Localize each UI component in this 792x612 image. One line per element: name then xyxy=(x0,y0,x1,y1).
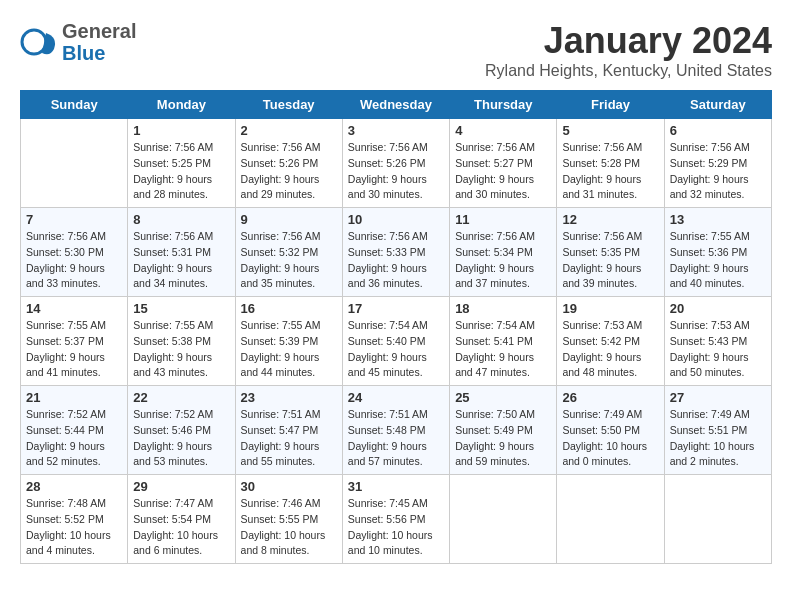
day-number: 21 xyxy=(26,390,122,405)
day-number: 8 xyxy=(133,212,229,227)
day-cell: 13 Sunrise: 7:55 AMSunset: 5:36 PMDaylig… xyxy=(664,208,771,297)
day-number: 13 xyxy=(670,212,766,227)
day-cell: 27 Sunrise: 7:49 AMSunset: 5:51 PMDaylig… xyxy=(664,386,771,475)
day-info: Sunrise: 7:53 AMSunset: 5:43 PMDaylight:… xyxy=(670,318,766,381)
day-cell: 1 Sunrise: 7:56 AMSunset: 5:25 PMDayligh… xyxy=(128,119,235,208)
day-info: Sunrise: 7:45 AMSunset: 5:56 PMDaylight:… xyxy=(348,496,444,559)
day-number: 30 xyxy=(241,479,337,494)
day-number: 14 xyxy=(26,301,122,316)
day-cell: 19 Sunrise: 7:53 AMSunset: 5:42 PMDaylig… xyxy=(557,297,664,386)
logo: General Blue xyxy=(20,20,136,64)
day-info: Sunrise: 7:48 AMSunset: 5:52 PMDaylight:… xyxy=(26,496,122,559)
day-number: 20 xyxy=(670,301,766,316)
day-number: 15 xyxy=(133,301,229,316)
week-row-5: 28 Sunrise: 7:48 AMSunset: 5:52 PMDaylig… xyxy=(21,475,772,564)
day-number: 27 xyxy=(670,390,766,405)
day-info: Sunrise: 7:55 AMSunset: 5:38 PMDaylight:… xyxy=(133,318,229,381)
day-info: Sunrise: 7:53 AMSunset: 5:42 PMDaylight:… xyxy=(562,318,658,381)
day-info: Sunrise: 7:56 AMSunset: 5:26 PMDaylight:… xyxy=(348,140,444,203)
day-cell: 2 Sunrise: 7:56 AMSunset: 5:26 PMDayligh… xyxy=(235,119,342,208)
day-number: 26 xyxy=(562,390,658,405)
day-cell: 17 Sunrise: 7:54 AMSunset: 5:40 PMDaylig… xyxy=(342,297,449,386)
day-cell: 18 Sunrise: 7:54 AMSunset: 5:41 PMDaylig… xyxy=(450,297,557,386)
day-info: Sunrise: 7:50 AMSunset: 5:49 PMDaylight:… xyxy=(455,407,551,470)
day-number: 7 xyxy=(26,212,122,227)
logo-icon xyxy=(20,23,58,61)
day-header-wednesday: Wednesday xyxy=(342,91,449,119)
day-cell: 23 Sunrise: 7:51 AMSunset: 5:47 PMDaylig… xyxy=(235,386,342,475)
day-cell: 29 Sunrise: 7:47 AMSunset: 5:54 PMDaylig… xyxy=(128,475,235,564)
day-number: 23 xyxy=(241,390,337,405)
logo-text-blue: Blue xyxy=(62,42,136,64)
week-row-3: 14 Sunrise: 7:55 AMSunset: 5:37 PMDaylig… xyxy=(21,297,772,386)
day-cell: 15 Sunrise: 7:55 AMSunset: 5:38 PMDaylig… xyxy=(128,297,235,386)
day-info: Sunrise: 7:54 AMSunset: 5:40 PMDaylight:… xyxy=(348,318,444,381)
calendar-table: SundayMondayTuesdayWednesdayThursdayFrid… xyxy=(20,90,772,564)
day-number: 3 xyxy=(348,123,444,138)
day-info: Sunrise: 7:56 AMSunset: 5:28 PMDaylight:… xyxy=(562,140,658,203)
logo-text-general: General xyxy=(62,20,136,42)
day-number: 16 xyxy=(241,301,337,316)
day-cell: 4 Sunrise: 7:56 AMSunset: 5:27 PMDayligh… xyxy=(450,119,557,208)
day-number: 17 xyxy=(348,301,444,316)
day-info: Sunrise: 7:46 AMSunset: 5:55 PMDaylight:… xyxy=(241,496,337,559)
day-number: 9 xyxy=(241,212,337,227)
day-cell: 30 Sunrise: 7:46 AMSunset: 5:55 PMDaylig… xyxy=(235,475,342,564)
day-cell xyxy=(450,475,557,564)
page-header: General Blue January 2024 Ryland Heights… xyxy=(20,20,772,80)
day-cell: 26 Sunrise: 7:49 AMSunset: 5:50 PMDaylig… xyxy=(557,386,664,475)
day-cell: 7 Sunrise: 7:56 AMSunset: 5:30 PMDayligh… xyxy=(21,208,128,297)
day-info: Sunrise: 7:56 AMSunset: 5:35 PMDaylight:… xyxy=(562,229,658,292)
day-number: 29 xyxy=(133,479,229,494)
day-cell: 11 Sunrise: 7:56 AMSunset: 5:34 PMDaylig… xyxy=(450,208,557,297)
day-cell: 28 Sunrise: 7:48 AMSunset: 5:52 PMDaylig… xyxy=(21,475,128,564)
day-cell xyxy=(664,475,771,564)
day-number: 5 xyxy=(562,123,658,138)
day-cell xyxy=(557,475,664,564)
day-cell: 3 Sunrise: 7:56 AMSunset: 5:26 PMDayligh… xyxy=(342,119,449,208)
day-cell xyxy=(21,119,128,208)
day-number: 22 xyxy=(133,390,229,405)
day-cell: 10 Sunrise: 7:56 AMSunset: 5:33 PMDaylig… xyxy=(342,208,449,297)
day-info: Sunrise: 7:56 AMSunset: 5:33 PMDaylight:… xyxy=(348,229,444,292)
day-cell: 12 Sunrise: 7:56 AMSunset: 5:35 PMDaylig… xyxy=(557,208,664,297)
day-info: Sunrise: 7:55 AMSunset: 5:39 PMDaylight:… xyxy=(241,318,337,381)
day-info: Sunrise: 7:49 AMSunset: 5:51 PMDaylight:… xyxy=(670,407,766,470)
day-cell: 16 Sunrise: 7:55 AMSunset: 5:39 PMDaylig… xyxy=(235,297,342,386)
location: Ryland Heights, Kentucky, United States xyxy=(485,62,772,80)
day-header-monday: Monday xyxy=(128,91,235,119)
day-info: Sunrise: 7:55 AMSunset: 5:36 PMDaylight:… xyxy=(670,229,766,292)
week-row-1: 1 Sunrise: 7:56 AMSunset: 5:25 PMDayligh… xyxy=(21,119,772,208)
week-row-4: 21 Sunrise: 7:52 AMSunset: 5:44 PMDaylig… xyxy=(21,386,772,475)
day-info: Sunrise: 7:52 AMSunset: 5:46 PMDaylight:… xyxy=(133,407,229,470)
day-header-friday: Friday xyxy=(557,91,664,119)
svg-point-0 xyxy=(22,30,46,54)
week-row-2: 7 Sunrise: 7:56 AMSunset: 5:30 PMDayligh… xyxy=(21,208,772,297)
day-number: 2 xyxy=(241,123,337,138)
day-info: Sunrise: 7:51 AMSunset: 5:48 PMDaylight:… xyxy=(348,407,444,470)
day-info: Sunrise: 7:51 AMSunset: 5:47 PMDaylight:… xyxy=(241,407,337,470)
day-cell: 20 Sunrise: 7:53 AMSunset: 5:43 PMDaylig… xyxy=(664,297,771,386)
day-cell: 6 Sunrise: 7:56 AMSunset: 5:29 PMDayligh… xyxy=(664,119,771,208)
day-info: Sunrise: 7:56 AMSunset: 5:32 PMDaylight:… xyxy=(241,229,337,292)
day-cell: 25 Sunrise: 7:50 AMSunset: 5:49 PMDaylig… xyxy=(450,386,557,475)
day-info: Sunrise: 7:56 AMSunset: 5:30 PMDaylight:… xyxy=(26,229,122,292)
day-header-tuesday: Tuesday xyxy=(235,91,342,119)
day-info: Sunrise: 7:54 AMSunset: 5:41 PMDaylight:… xyxy=(455,318,551,381)
day-cell: 14 Sunrise: 7:55 AMSunset: 5:37 PMDaylig… xyxy=(21,297,128,386)
day-number: 11 xyxy=(455,212,551,227)
day-info: Sunrise: 7:56 AMSunset: 5:25 PMDaylight:… xyxy=(133,140,229,203)
day-header-sunday: Sunday xyxy=(21,91,128,119)
day-info: Sunrise: 7:52 AMSunset: 5:44 PMDaylight:… xyxy=(26,407,122,470)
day-info: Sunrise: 7:56 AMSunset: 5:27 PMDaylight:… xyxy=(455,140,551,203)
day-info: Sunrise: 7:56 AMSunset: 5:34 PMDaylight:… xyxy=(455,229,551,292)
day-cell: 24 Sunrise: 7:51 AMSunset: 5:48 PMDaylig… xyxy=(342,386,449,475)
day-cell: 31 Sunrise: 7:45 AMSunset: 5:56 PMDaylig… xyxy=(342,475,449,564)
day-cell: 5 Sunrise: 7:56 AMSunset: 5:28 PMDayligh… xyxy=(557,119,664,208)
day-header-saturday: Saturday xyxy=(664,91,771,119)
day-info: Sunrise: 7:49 AMSunset: 5:50 PMDaylight:… xyxy=(562,407,658,470)
day-info: Sunrise: 7:56 AMSunset: 5:26 PMDaylight:… xyxy=(241,140,337,203)
month-year: January 2024 xyxy=(485,20,772,62)
day-number: 25 xyxy=(455,390,551,405)
day-number: 18 xyxy=(455,301,551,316)
